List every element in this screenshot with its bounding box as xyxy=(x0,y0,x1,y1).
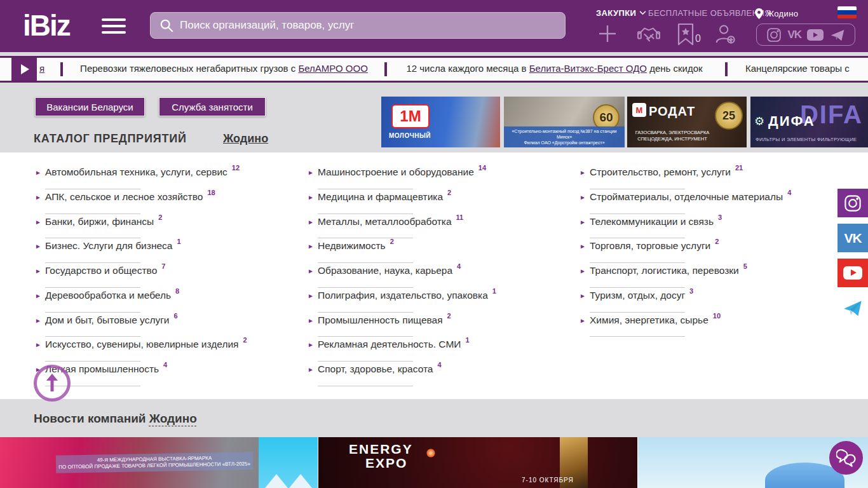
category-item[interactable]: ►Машиностроение и оборудование14 xyxy=(308,166,562,191)
category-item[interactable]: ►Легкая промышленность4 xyxy=(35,363,289,388)
add-icon[interactable] xyxy=(598,24,617,43)
category-item[interactable]: ►Химия, энергетика, сырье10 xyxy=(580,315,834,339)
news-card-energy-expo[interactable]: ENERGY EXPO 7-10 ОКТЯБРЯ xyxy=(318,437,637,488)
triangle-bullet-icon: ► xyxy=(35,292,45,299)
category-item[interactable]: ►Банки, биржи, финансы2 xyxy=(35,216,289,241)
telegram-icon[interactable] xyxy=(837,294,868,322)
category-link[interactable]: Деревообработка и мебель xyxy=(45,290,171,301)
category-link[interactable]: Недвижимость xyxy=(318,240,386,252)
category-item[interactable]: ►Образование, наука, карьера4 xyxy=(308,265,562,290)
youtube-icon[interactable] xyxy=(837,259,868,287)
vk-icon[interactable]: VK xyxy=(788,29,802,41)
category-item[interactable]: ►Металлы, металлообработка11 xyxy=(308,216,562,241)
instagram-icon[interactable] xyxy=(837,189,868,217)
vacancies-button[interactable]: Вакансии Беларуси xyxy=(35,97,145,116)
ad-banner-difa[interactable]: DIFA ⚙ ДИФА ФИЛЬТРЫ И ЭЛЕМЕНТЫ ФИЛЬТРУЮЩ… xyxy=(750,97,868,147)
category-item[interactable]: ►Строительство, ремонт, услуги21 xyxy=(580,166,834,191)
category-item[interactable]: ►Спорт, здоровье, красота4 xyxy=(308,363,562,388)
category-link[interactable]: Металлы, металлообработка xyxy=(318,216,452,227)
category-count: 6 xyxy=(174,312,178,320)
category-link[interactable]: Автомобильная техника, услуги, сервис xyxy=(45,166,227,178)
category-item[interactable]: ►Недвижимость2 xyxy=(308,240,562,265)
triangle-bullet-icon: ► xyxy=(580,169,590,176)
catalog-city-link[interactable]: Жодино xyxy=(223,132,268,146)
divider xyxy=(590,214,685,214)
category-item[interactable]: ►АПК, сельское и лесное хозяйство18 xyxy=(35,191,289,216)
category-item[interactable]: ►Государство и общество7 xyxy=(35,265,289,290)
category-link[interactable]: Банки, биржи, финансы xyxy=(45,216,154,227)
category-item[interactable]: ►Туризм, отдых, досуг3 xyxy=(580,290,834,315)
search-input[interactable] xyxy=(180,19,556,32)
ad-banner-rodat[interactable]: М РОДАТ 25 ГАЗОСВАРКА, ЭЛЕКТРОСВАРКА СПЕ… xyxy=(627,97,747,147)
category-link[interactable]: Государство и общество xyxy=(45,265,157,276)
banner-title: ДИФА xyxy=(768,113,815,130)
ticker-company-link[interactable]: Белита-Витэкс-Брест ОДО xyxy=(529,63,647,74)
russian-flag-icon[interactable] xyxy=(837,6,857,18)
category-item[interactable]: ►Промышленность пищевая2 xyxy=(308,315,562,339)
category-link[interactable]: Телекоммуникации и связь xyxy=(590,216,714,227)
scroll-to-top-button[interactable] xyxy=(34,365,71,402)
category-link[interactable]: Дом и быт, бытовые услуги xyxy=(45,315,170,326)
category-item[interactable]: ►Автомобильная техника, услуги, сервис12 xyxy=(35,166,289,191)
logo[interactable]: iBiz xyxy=(23,8,70,43)
city-selector[interactable]: Жодино xyxy=(755,8,798,19)
news-city-link[interactable]: Жодино xyxy=(149,412,197,425)
category-link[interactable]: Строительство, ремонт, услуги xyxy=(590,166,731,178)
chat-widget-button[interactable] xyxy=(829,441,863,475)
category-item[interactable]: ►Телекоммуникации и связь3 xyxy=(580,216,834,241)
employment-button[interactable]: Служба занятости xyxy=(159,97,266,116)
category-link[interactable]: Туризм, отдых, досуг xyxy=(590,290,685,301)
handshake-icon[interactable] xyxy=(637,24,661,44)
category-item[interactable]: ►Стройматериалы, отделочные материалы4 xyxy=(580,191,834,216)
divider xyxy=(590,238,685,238)
category-link[interactable]: АПК, сельское и лесное хозяйство xyxy=(45,191,203,203)
category-link[interactable]: Стройматериалы, отделочные материалы xyxy=(590,191,783,203)
category-link[interactable]: Медицина и фармацевтика xyxy=(318,191,443,203)
triangle-bullet-icon: ► xyxy=(580,292,590,299)
telegram-icon[interactable] xyxy=(830,27,845,43)
ad-banner-smp387[interactable]: 60 «Строительно-монтажный поезд №387 на … xyxy=(504,97,625,147)
category-link[interactable]: Искусство, сувениры, ювелирные изделия xyxy=(45,339,239,350)
user-add-icon[interactable] xyxy=(715,24,736,44)
category-item[interactable]: ►Деревообработка и мебель8 xyxy=(35,290,289,315)
news-card-expo[interactable]: 49-Я МЕЖДУНАРОДНАЯ ВЫСТАВКА-ЯРМАРКА ПО О… xyxy=(0,437,318,488)
triangle-bullet-icon: ► xyxy=(308,317,318,324)
category-link[interactable]: Машиностроение и оборудование xyxy=(318,166,474,178)
bookmark-star-icon[interactable] xyxy=(677,23,694,46)
free-ads-link[interactable]: БЕСПЛАТНЫЕ ОБЪЯВЛЕНИЯ xyxy=(648,8,771,18)
ticker-separator xyxy=(725,62,728,76)
menu-icon[interactable] xyxy=(102,18,126,35)
vk-icon[interactable]: VK xyxy=(837,224,868,252)
category-count: 12 xyxy=(232,164,240,172)
category-link[interactable]: Рекламная деятельность. СМИ xyxy=(318,339,461,350)
category-link[interactable]: Образование, наука, карьера xyxy=(318,265,452,276)
divider xyxy=(318,336,413,337)
category-item[interactable]: ►Дом и быт, бытовые услуги6 xyxy=(35,315,289,339)
ticker-partial-link[interactable]: я xyxy=(39,63,44,74)
category-item[interactable]: ►Бизнес. Услуги для бизнеса1 xyxy=(35,240,289,265)
category-item[interactable]: ►Торговля, торговые услуги2 xyxy=(580,240,834,265)
city-label: Жодино xyxy=(766,9,798,18)
category-link[interactable]: Полиграфия, издательство, упаковка xyxy=(318,290,488,301)
youtube-icon[interactable] xyxy=(807,29,824,41)
procurement-link[interactable]: ЗАКУПКИ xyxy=(596,8,646,18)
category-link[interactable]: Транспорт, логистика, перевозки xyxy=(590,265,739,276)
category-item[interactable]: ►Полиграфия, издательство, упаковка1 xyxy=(308,290,562,315)
divider xyxy=(590,287,685,288)
category-item[interactable]: ►Искусство, сувениры, ювелирные изделия2 xyxy=(35,339,289,363)
ticker-company-link[interactable]: БелАМРО ООО xyxy=(298,63,367,74)
category-count: 3 xyxy=(718,214,722,221)
category-link[interactable]: Спорт, здоровье, красота xyxy=(318,363,433,375)
category-item[interactable]: ►Транспорт, логистика, перевозки5 xyxy=(580,265,834,290)
category-link[interactable]: Химия, энергетика, сырье xyxy=(590,315,709,326)
ad-banner-molochny[interactable]: 1М МОЛОЧНЫЙ xyxy=(381,97,500,147)
sidebar-social xyxy=(837,294,868,322)
category-link[interactable]: Бизнес. Услуги для бизнеса xyxy=(45,240,172,252)
instagram-icon[interactable] xyxy=(766,27,782,43)
category-link[interactable]: Промышленность пищевая xyxy=(318,315,443,326)
category-link[interactable]: Торговля, торговые услуги xyxy=(590,240,710,252)
category-item[interactable]: ►Медицина и фармацевтика2 xyxy=(308,191,562,216)
ticker-play-button[interactable] xyxy=(11,58,37,81)
banner-text: ГАЗОСВАРКА, ЭЛЕКТРОСВАРКА СПЕЦОДЕЖДА, ИН… xyxy=(631,130,714,142)
category-item[interactable]: ►Рекламная деятельность. СМИ1 xyxy=(308,339,562,363)
